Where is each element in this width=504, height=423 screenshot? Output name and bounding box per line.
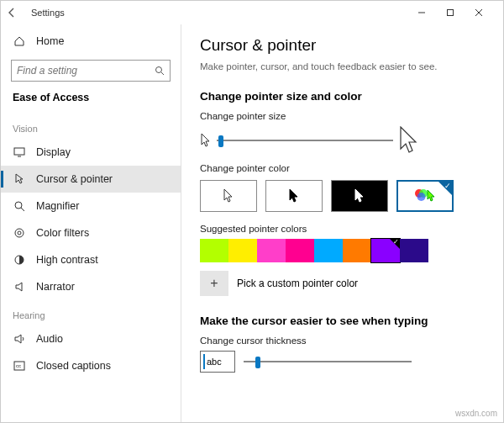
window-title: Settings <box>31 8 65 18</box>
label-pointer-size: Change pointer size <box>200 111 485 121</box>
cursor-black-icon <box>288 188 300 204</box>
label-suggested-colors: Suggested pointer colors <box>200 224 485 234</box>
pointer-color-inverted[interactable] <box>331 180 388 212</box>
section-size-color: Change pointer size and color <box>200 90 485 103</box>
cursor-preview-box: abc <box>200 351 235 373</box>
svg-point-8 <box>15 229 24 237</box>
sidebar-item-magnifier[interactable]: Magnifier <box>1 193 181 219</box>
cursor-small-icon <box>200 133 212 148</box>
check-icon: ✓ <box>444 182 451 190</box>
high-contrast-icon <box>13 253 26 267</box>
minimize-button[interactable] <box>417 8 446 17</box>
arrow-left-icon <box>8 8 18 18</box>
slider-track <box>244 361 412 362</box>
svg-point-9 <box>18 231 21 235</box>
cursor-thickness-slider[interactable] <box>244 355 412 368</box>
cursor-inverted-icon <box>354 188 365 204</box>
search-box[interactable] <box>11 60 171 82</box>
sidebar-home-label: Home <box>36 35 64 47</box>
sidebar-item-label: Color filters <box>36 227 89 239</box>
swatch-lime[interactable] <box>200 239 228 262</box>
group-vision-label: Vision <box>1 114 181 139</box>
swatch-cyan[interactable] <box>314 239 343 262</box>
search-icon <box>155 66 165 76</box>
sidebar-item-label: Narrator <box>36 281 75 293</box>
cursor-thickness-row: abc <box>200 351 485 373</box>
sidebar-item-high-contrast[interactable]: High contrast <box>1 246 181 273</box>
close-icon <box>475 8 483 17</box>
sidebar-item-label: Closed captions <box>36 360 111 372</box>
svg-line-7 <box>21 208 24 211</box>
maximize-button[interactable] <box>446 8 475 17</box>
sidebar-home[interactable]: Home <box>1 28 181 55</box>
narrator-icon <box>13 280 26 293</box>
pointer-color-white[interactable] <box>200 180 257 212</box>
titlebar: Settings <box>1 1 503 24</box>
group-hearing-label: Hearing <box>1 300 181 325</box>
page-title: Cursor & pointer <box>200 36 485 55</box>
swatch-navy[interactable] <box>400 239 428 262</box>
sidebar-item-audio[interactable]: Audio <box>1 325 181 352</box>
sidebar-item-cursor[interactable]: Cursor & pointer <box>1 166 181 193</box>
cursor-large-icon <box>398 126 420 155</box>
minimize-icon <box>417 8 426 17</box>
add-custom-color-button[interactable]: + <box>200 271 228 296</box>
label-pointer-color: Change pointer color <box>200 163 485 173</box>
sidebar: Home Ease of Access Vision Display Curso… <box>1 24 181 422</box>
sidebar-item-label: Display <box>36 146 71 158</box>
swatch-purple[interactable]: ✓ <box>371 239 400 262</box>
suggested-colors-row: ✓ <box>200 239 485 262</box>
settings-window: Settings Home <box>0 0 504 423</box>
watermark: wsxdn.com <box>455 409 497 418</box>
closed-captions-icon: cc <box>13 359 26 373</box>
label-cursor-thickness: Change cursor thickness <box>200 336 485 346</box>
back-button[interactable] <box>8 8 24 18</box>
maximize-icon <box>446 8 454 17</box>
close-button[interactable] <box>475 8 503 17</box>
pointer-color-options: ✓ <box>200 180 485 212</box>
search-input[interactable] <box>12 65 170 77</box>
sidebar-item-label: Cursor & pointer <box>36 173 113 185</box>
pointer-size-slider[interactable] <box>217 134 393 147</box>
window-controls <box>417 8 503 17</box>
cursor-preview-caret <box>203 354 205 369</box>
svg-line-3 <box>161 72 164 75</box>
plus-icon: + <box>210 276 218 291</box>
pointer-size-row <box>200 126 485 155</box>
check-icon: ✓ <box>393 238 399 246</box>
cursor-preview-text: abc <box>207 357 222 367</box>
sidebar-item-label: High contrast <box>36 254 98 266</box>
svg-point-15 <box>417 193 426 201</box>
swatch-yellow[interactable] <box>228 239 257 262</box>
sidebar-category[interactable]: Ease of Access <box>1 87 181 114</box>
cursor-white-icon <box>223 188 234 204</box>
sidebar-item-color-filters[interactable]: Color filters <box>1 219 181 246</box>
home-icon <box>13 34 26 48</box>
magnifier-icon <box>13 199 26 213</box>
custom-color-label: Pick a custom pointer color <box>237 278 358 289</box>
display-icon <box>13 145 26 159</box>
sidebar-item-closed-captions[interactable]: cc Closed captions <box>1 352 181 379</box>
swatch-pink[interactable] <box>257 239 286 262</box>
audio-icon <box>13 332 26 346</box>
slider-thumb[interactable] <box>255 357 260 368</box>
sidebar-item-label: Audio <box>36 333 63 345</box>
svg-point-6 <box>15 202 22 209</box>
pointer-color-black[interactable] <box>265 180 323 212</box>
body: Home Ease of Access Vision Display Curso… <box>1 24 503 422</box>
cursor-icon <box>13 172 26 186</box>
cursor-colored-icon <box>426 189 436 203</box>
svg-text:cc: cc <box>16 363 21 368</box>
sidebar-item-display[interactable]: Display <box>1 139 181 166</box>
svg-rect-4 <box>14 148 24 155</box>
swatch-magenta[interactable] <box>286 239 314 262</box>
section-cursor-typing: Make the cursor easier to see when typin… <box>200 315 485 327</box>
custom-color-row: + Pick a custom pointer color <box>200 271 485 296</box>
pointer-color-custom[interactable]: ✓ <box>396 180 454 212</box>
sidebar-item-narrator[interactable]: Narrator <box>1 273 181 300</box>
swatch-orange[interactable] <box>343 239 371 262</box>
main-content: Cursor & pointer Make pointer, cursor, a… <box>181 24 503 422</box>
slider-thumb[interactable] <box>218 135 223 147</box>
sidebar-item-label: Magnifier <box>36 200 79 212</box>
svg-point-2 <box>156 67 162 73</box>
